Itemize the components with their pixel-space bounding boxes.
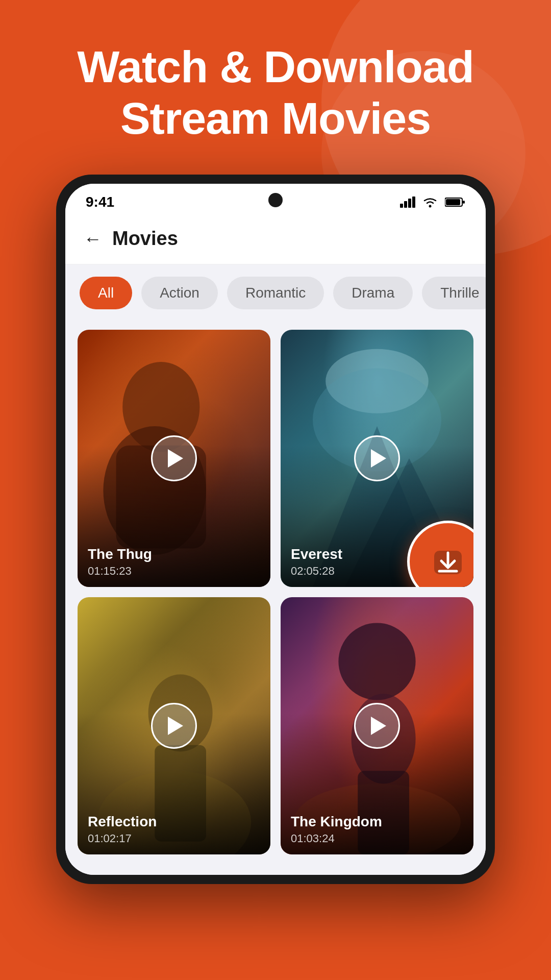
svg-rect-3 <box>412 197 415 208</box>
reflection-title: Reflection <box>88 813 260 830</box>
play-triangle-2 <box>371 449 386 468</box>
genre-chip-romantic[interactable]: Romantic <box>227 277 324 309</box>
play-triangle-4 <box>371 717 386 735</box>
phone-screen: 9:41 <box>65 184 486 875</box>
genre-chip-all[interactable]: All <box>80 277 132 309</box>
svg-point-4 <box>429 205 432 208</box>
status-time: 9:41 <box>86 194 114 210</box>
svg-rect-2 <box>408 199 411 208</box>
thug-title: The Thug <box>88 546 260 563</box>
movie-card-kingdom[interactable]: The Kingdom 01:03:24 <box>281 597 473 854</box>
thug-duration: 01:15:23 <box>88 565 260 578</box>
genre-chip-thriller[interactable]: Thrille <box>422 277 486 309</box>
signal-icon <box>400 197 415 208</box>
back-button[interactable]: ← <box>84 228 102 250</box>
status-icons <box>400 197 465 208</box>
hero-title: Watch & Download Stream Movies <box>0 0 551 175</box>
thug-play-button[interactable] <box>151 435 197 481</box>
genre-chip-action[interactable]: Action <box>141 277 218 309</box>
svg-rect-6 <box>446 199 460 205</box>
download-icon <box>430 544 466 579</box>
app-header: ← Movies <box>65 215 486 264</box>
play-triangle-3 <box>168 717 183 735</box>
play-triangle <box>168 449 183 468</box>
battery-icon <box>445 197 465 207</box>
everest-play-button[interactable] <box>354 435 400 481</box>
svg-rect-7 <box>463 201 465 204</box>
svg-rect-1 <box>404 201 407 208</box>
svg-rect-0 <box>400 204 403 208</box>
movie-card-reflection[interactable]: Reflection 01:02:17 <box>78 597 270 854</box>
phone-mockup: 9:41 <box>56 175 495 884</box>
reflection-duration: 01:02:17 <box>88 832 260 845</box>
genre-filter: All Action Romantic Drama Thrille <box>65 264 486 322</box>
kingdom-duration: 01:03:24 <box>291 832 463 845</box>
movie-card-everest[interactable]: Everest 02:05:28 <box>281 330 473 587</box>
movies-grid: The Thug 01:15:23 <box>65 322 486 875</box>
status-bar: 9:41 <box>65 184 486 215</box>
reflection-play-button[interactable] <box>151 703 197 749</box>
reflection-info: Reflection 01:02:17 <box>78 805 270 855</box>
kingdom-title: The Kingdom <box>291 813 463 830</box>
thug-info: The Thug 01:15:23 <box>78 537 270 587</box>
camera-notch <box>268 193 283 207</box>
genre-chip-drama[interactable]: Drama <box>333 277 413 309</box>
kingdom-play-button[interactable] <box>354 703 400 749</box>
kingdom-info: The Kingdom 01:03:24 <box>281 805 473 855</box>
page-title: Movies <box>112 228 178 250</box>
movie-card-thug[interactable]: The Thug 01:15:23 <box>78 330 270 587</box>
svg-point-21 <box>338 623 415 700</box>
wifi-icon <box>422 197 438 208</box>
phone-wrapper: 9:41 <box>0 175 551 884</box>
